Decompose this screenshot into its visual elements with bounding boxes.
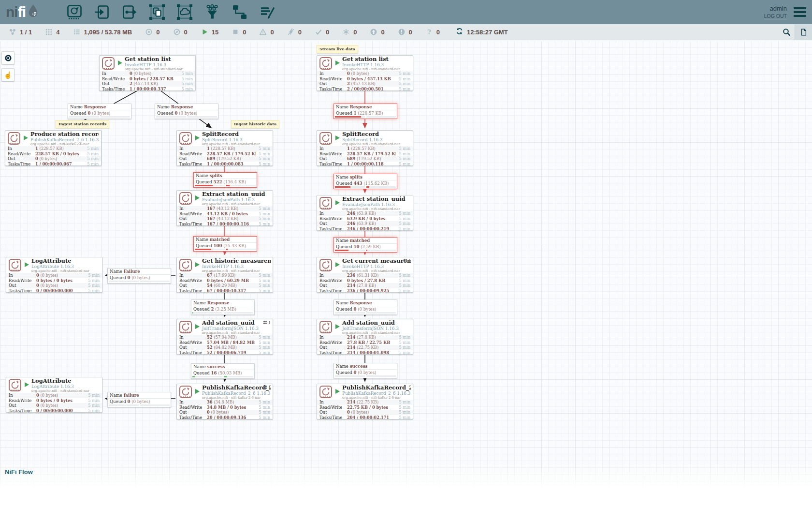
- queued-count: Queued 0 (0 bytes): [68, 110, 131, 116]
- navigate-palette-toggle[interactable]: [1, 51, 14, 64]
- processor-splitrecord-live[interactable]: SplitRecord SplitRecord 1.16.3 org.apach…: [317, 130, 413, 166]
- stat-value: 0 bytes / 0 bytes: [36, 278, 85, 283]
- processor-get-current-measurement[interactable]: Get current measurement InvokeHTTP 1.16.…: [317, 257, 413, 293]
- stat-row: Read/Write 228.57 KB / 179.52 KB 5 min: [317, 151, 413, 157]
- stat-window: 5 min: [259, 222, 270, 226]
- processor-type: EvaluateJsonPath 1.16.3: [342, 202, 411, 207]
- input-port-icon[interactable]: [94, 4, 110, 20]
- process-group-icon[interactable]: [149, 4, 165, 20]
- label-icon[interactable]: [259, 4, 276, 20]
- processor-log-attribute-2[interactable]: LogAttribute LogAttribute 1.16.3 org.apa…: [6, 377, 102, 413]
- funnel-icon[interactable]: [204, 4, 220, 20]
- processor-type: LogAttribute 1.16.3: [31, 264, 100, 269]
- stat-row: In 236 (61.31 KB) 5 min: [317, 273, 413, 278]
- stat-row: Tasks/Time 246 / 00:00:00.219 5 min: [317, 226, 413, 232]
- connection-label-q-response-historic[interactable]: Name Response Queued 2 (3.25 MB): [191, 299, 255, 315]
- stat-label: Read/Write: [8, 151, 35, 156]
- backpressure-bars: [194, 184, 257, 187]
- connection-label-q-matched-historic[interactable]: Name matched Queued 100 (25.43 KB): [193, 236, 257, 252]
- stat-window: 5 min: [88, 278, 100, 283]
- processor-type: EvaluateJsonPath 1.16.3: [202, 197, 271, 202]
- processor-splitrecord-historic[interactable]: SplitRecord SplitRecord 1.16.3 org.apach…: [176, 130, 273, 166]
- backpressure-bars: [334, 312, 397, 314]
- search-button[interactable]: [778, 24, 795, 40]
- stat-label: Tasks/Time: [9, 408, 36, 413]
- output-port-icon[interactable]: [121, 4, 138, 20]
- stat-window: 5 min: [259, 335, 270, 340]
- connection-label-q-response-to-split-historic[interactable]: Name Response Queued 0 (0 bytes): [155, 104, 218, 119]
- processor-get-historic-measurements[interactable]: Get historic measurements InvokeHTTP 1.1…: [176, 257, 273, 293]
- stat-label: Out: [319, 81, 347, 86]
- status-stale: 0: [370, 28, 384, 36]
- stat-row: Read/Write 27.8 KB / 22.75 KB 5 min: [317, 340, 413, 345]
- connection-label-q-response-live[interactable]: Name Response Queued 0 (0 bytes): [334, 299, 397, 315]
- connection-label-q-splits-historic[interactable]: Name splits Queued 522 (136.4 KB): [193, 172, 257, 188]
- refresh-icon[interactable]: [456, 28, 463, 37]
- global-menu-button[interactable]: [794, 7, 806, 17]
- running-status-icon: [195, 389, 200, 394]
- connection-label-q-splits-live[interactable]: Name splits Queued 443 (115.62 KB): [334, 174, 397, 189]
- processor-stamp-icon: [179, 385, 192, 399]
- stat-label: In: [179, 206, 207, 211]
- processor-stamp-icon: [179, 258, 192, 272]
- remote-process-group-icon[interactable]: [176, 4, 193, 20]
- processor-type: JoltTransformJSON 1.16.3: [202, 326, 271, 331]
- processor-extract-station-uuid-live[interactable]: Extract station_uuid EvaluateJsonPath 1.…: [317, 195, 413, 231]
- connection-label-q-failure-historic[interactable]: Name Failure Queued 0 (0 bytes): [107, 268, 171, 284]
- processor-get-station-list-historic[interactable]: Get station list InvokeHTTP 1.16.3 org.a…: [99, 55, 196, 91]
- status-count: 0: [409, 29, 412, 36]
- processor-bundle: org.apache.nifi - nifi-standard-nar: [342, 207, 411, 211]
- connection-label-q-response-to-split-live[interactable]: Name Response Queued 1 (228.57 KB): [334, 104, 397, 119]
- connection-label-q-matched-live[interactable]: Name matched Queued 10 (2.59 KB): [334, 237, 397, 253]
- processor-add-station-uuid-historic[interactable]: Add station_uuid JoltTransformJSON 1.16.…: [176, 319, 273, 355]
- processor-get-station-list-live[interactable]: Get station list InvokeHTTP 1.16.3 org.a…: [317, 55, 413, 91]
- backpressure-bars: [334, 116, 397, 119]
- canvas-label-ingest-station-records[interactable]: Ingest station records: [56, 120, 109, 128]
- relationship-name: Name matched: [194, 237, 257, 242]
- status-locally-modified-stale: 0: [398, 28, 412, 36]
- stat-value: 36 (34.8 MB): [207, 400, 256, 404]
- connection-label-q-success-historic[interactable]: Name success Queued 16 (50.03 MB): [191, 363, 255, 379]
- breadcrumb[interactable]: NiFi Flow: [5, 468, 33, 476]
- processor-icon[interactable]: [66, 4, 83, 20]
- processor-publish-kafka-live[interactable]: PublishKafkaRecord_2_6 PublishKafkaRecor…: [317, 384, 413, 419]
- bulletin-panel-button[interactable]: [795, 24, 812, 40]
- connection-label-q-response-to-produce[interactable]: Name Response Queued 0 (0 bytes): [68, 104, 131, 119]
- operate-palette-toggle[interactable]: ☝: [1, 68, 14, 81]
- processor-add-station-uuid-live[interactable]: Add station_uuid JoltTransformJSON 1.16.…: [317, 319, 413, 355]
- stat-label: Read/Write: [319, 340, 347, 345]
- stat-row: Read/Write 43.12 KB / 0 bytes 5 min: [177, 211, 273, 217]
- canvas-label-stream-live-data[interactable]: Stream live-data: [317, 45, 358, 53]
- connection-label-q-failure-publish[interactable]: Name failure Queued 0 (0 bytes): [107, 392, 171, 407]
- stat-value: 2 (457.13 KB): [347, 81, 396, 86]
- stat-value: 0 (0 bytes): [347, 71, 396, 76]
- processor-produce-station-records[interactable]: Produce station records PublishKafkaReco…: [5, 130, 102, 166]
- canvas-label-ingest-historic-data[interactable]: Ingest historic data: [231, 120, 279, 128]
- stat-label: Out: [319, 345, 347, 350]
- connection-label-q-success-live[interactable]: Name success Queued 0 (0 bytes): [334, 363, 397, 378]
- stat-row: Read/Write 0 bytes / 457.13 KB 5 min: [317, 76, 413, 82]
- backpressure-bars: [334, 249, 397, 252]
- stat-label: Tasks/Time: [319, 162, 347, 166]
- stat-window: 5 min: [399, 71, 410, 76]
- processor-stamp-icon: [319, 132, 333, 145]
- processor-extract-station-uuid-historic[interactable]: Extract station_uuid EvaluateJsonPath 1.…: [176, 190, 273, 226]
- processor-publish-kafka-historic[interactable]: PublishKafkaRecord_2_6 PublishKafkaRecor…: [176, 384, 273, 419]
- stat-window: 5 min: [259, 340, 270, 345]
- template-icon[interactable]: [232, 4, 248, 20]
- stat-row: Out 54 (60.29 MB) 5 min: [177, 283, 273, 288]
- stat-label: Read/Write: [9, 398, 36, 403]
- logout-link[interactable]: LOG OUT: [764, 13, 787, 19]
- stat-window: 5 min: [399, 162, 410, 166]
- active-threads-icon: [45, 28, 53, 36]
- processor-name: SplitRecord: [202, 131, 271, 137]
- stat-label: Tasks/Time: [179, 415, 207, 420]
- backpressure-bars: [155, 116, 218, 119]
- processor-log-attribute-1[interactable]: LogAttribute LogAttribute 1.16.3 org.apa…: [6, 257, 102, 293]
- stat-label: Tasks/Time: [319, 226, 347, 231]
- stat-window: 5 min: [259, 151, 270, 156]
- processor-bundle: org.apache.nifi - nifi-standard-nar: [342, 331, 411, 335]
- stat-window: 5 min: [259, 288, 270, 293]
- relationship-name: Name splits: [194, 173, 257, 179]
- flow-canvas[interactable]: ☝ NiFi Flow Stream live-dataIngest stati…: [0, 41, 812, 508]
